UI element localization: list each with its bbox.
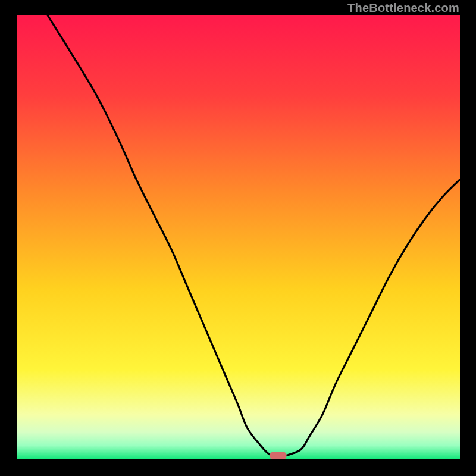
- plot-area: [17, 15, 460, 459]
- attribution-label: TheBottleneck.com: [347, 1, 459, 15]
- minimum-marker: [270, 452, 287, 459]
- bottleneck-curve: [48, 15, 460, 457]
- chart-overlay: [17, 15, 460, 459]
- chart-frame: TheBottleneck.com: [0, 0, 476, 476]
